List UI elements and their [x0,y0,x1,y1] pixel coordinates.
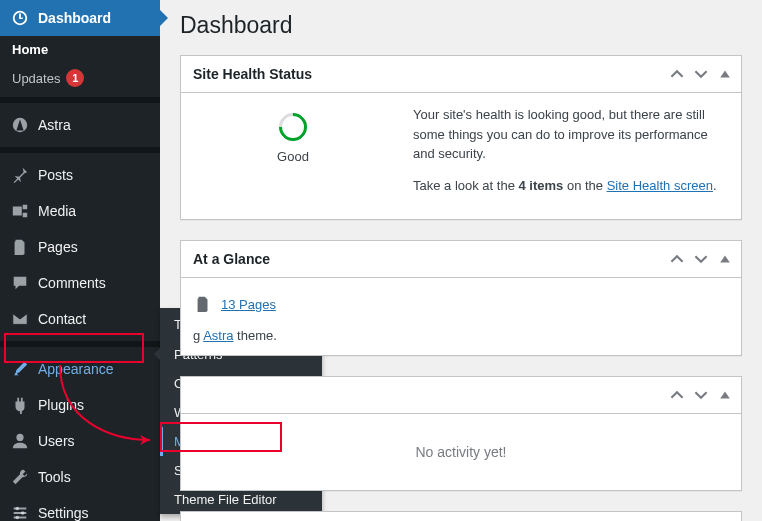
brush-icon [10,359,30,379]
site-health-gauge: Good [193,105,393,164]
content-area: Dashboard Site Health Status Good Your s… [160,0,762,521]
user-icon [10,431,30,451]
settings-icon [10,503,30,521]
move-up-icon[interactable] [667,64,687,84]
dashboard-icon [10,8,30,28]
svg-point-4 [16,516,20,520]
updates-badge: 1 [66,69,84,87]
sidebar-tools-label: Tools [38,469,71,485]
sidebar-item-comments[interactable]: Comments [0,265,160,301]
sidebar-item-appearance[interactable]: Appearance [0,351,160,387]
activity-body: No activity yet! [181,414,741,490]
svg-point-2 [16,507,20,511]
mail-icon [10,309,30,329]
sidebar-dashboard-label: Dashboard [38,10,111,26]
overview-box: rview [180,511,742,521]
move-down-icon[interactable] [691,249,711,269]
plug-icon [10,395,30,415]
overview-title: rview [181,512,667,521]
toggle-icon[interactable] [715,64,735,84]
overview-header: rview [181,512,741,521]
sidebar-astra-label: Astra [38,117,71,133]
sidebar-media-label: Media [38,203,76,219]
astra-icon [10,115,30,135]
page-title: Dashboard [180,0,742,55]
health-status-label: Good [193,149,393,164]
sidebar-appearance-label: Appearance [38,361,114,377]
no-activity-text: No activity yet! [193,426,729,478]
box-actions [667,249,741,269]
pin-icon [10,165,30,185]
admin-sidebar: Dashboard Home Updates 1 Astra Posts Med… [0,0,160,521]
move-up-icon[interactable] [667,249,687,269]
box-actions [667,64,741,84]
glance-pages-link[interactable]: 13 Pages [221,297,276,312]
sidebar-item-contact[interactable]: Contact [0,301,160,337]
glance-body: 13 Pages g Astra theme. [181,278,741,355]
site-health-header: Site Health Status [181,56,741,93]
sidebar-separator [0,341,160,347]
sidebar-item-posts[interactable]: Posts [0,157,160,193]
box-actions [667,385,741,405]
comment-icon [10,273,30,293]
sidebar-item-plugins[interactable]: Plugins [0,387,160,423]
pages-icon [193,294,213,314]
glance-theme-link[interactable]: Astra [203,328,233,343]
glance-header: At a Glance [181,241,741,278]
sidebar-sub-home[interactable]: Home [0,36,160,63]
wrench-icon [10,467,30,487]
items-count: 4 items [519,178,564,193]
site-health-title: Site Health Status [181,56,667,92]
sidebar-settings-label: Settings [38,505,89,521]
sidebar-item-media[interactable]: Media [0,193,160,229]
page-icon [10,237,30,257]
sidebar-separator [0,147,160,153]
toggle-icon[interactable] [715,249,735,269]
move-down-icon[interactable] [691,385,711,405]
glance-theme-line: g Astra theme. [193,328,729,343]
health-circle-icon [273,107,313,147]
site-health-body: Good Your site's health is looking good,… [181,93,741,219]
glance-title: At a Glance [181,241,667,277]
sidebar-sub-updates[interactable]: Updates 1 [0,63,160,93]
sidebar-contact-label: Contact [38,311,86,327]
activity-title [181,377,667,413]
sidebar-item-settings[interactable]: Settings [0,495,160,521]
svg-point-3 [21,511,25,515]
activity-header [181,377,741,414]
sidebar-comments-label: Comments [38,275,106,291]
move-down-icon[interactable] [691,64,711,84]
activity-box: No activity yet! [180,376,742,491]
sidebar-item-tools[interactable]: Tools [0,459,160,495]
svg-point-1 [16,434,23,441]
site-health-link[interactable]: Site Health screen [607,178,713,193]
media-icon [10,201,30,221]
sidebar-pages-label: Pages [38,239,78,255]
at-a-glance-box: At a Glance 13 Pages g Astra theme. [180,240,742,356]
site-health-p1: Your site's health is looking good, but … [413,105,729,164]
glance-pages-row: 13 Pages [193,290,729,318]
site-health-text: Your site's health is looking good, but … [413,105,729,207]
sidebar-posts-label: Posts [38,167,73,183]
site-health-p2: Take a look at the 4 items on the Site H… [413,176,729,196]
toggle-icon[interactable] [715,385,735,405]
sidebar-updates-label: Updates [12,71,60,86]
sidebar-separator [0,97,160,103]
sidebar-plugins-label: Plugins [38,397,84,413]
sidebar-item-dashboard[interactable]: Dashboard [0,0,160,36]
site-health-box: Site Health Status Good Your site's heal… [180,55,742,220]
move-up-icon[interactable] [667,385,687,405]
sidebar-users-label: Users [38,433,75,449]
sidebar-item-astra[interactable]: Astra [0,107,160,143]
sidebar-item-pages[interactable]: Pages [0,229,160,265]
sidebar-item-users[interactable]: Users [0,423,160,459]
